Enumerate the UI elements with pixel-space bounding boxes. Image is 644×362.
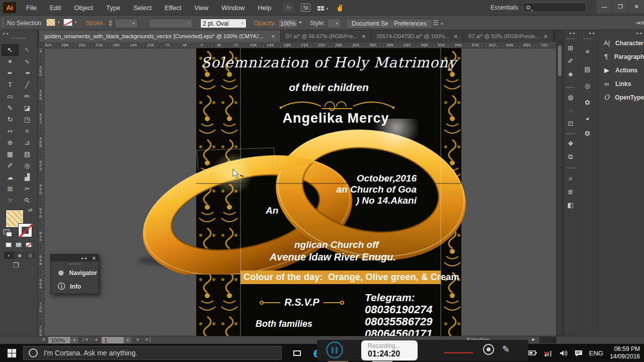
free-transform-tool[interactable]: ⌗ — [19, 125, 36, 137]
eraser-tool[interactable]: ◪ — [19, 102, 36, 114]
swap-fill-stroke-icon[interactable]: ⇄ — [28, 207, 32, 213]
panel-character[interactable]: A| Character — [598, 36, 644, 50]
tab-close-icon[interactable]: ✕ — [362, 34, 366, 39]
artboards-panel-icon[interactable]: ⧉ — [568, 153, 573, 161]
last-artboard-icon[interactable]: ► — [145, 337, 150, 342]
control-bar-grip[interactable] — [2, 19, 5, 28]
first-artboard-icon[interactable]: ◄ — [83, 337, 89, 342]
vertical-scrollbar[interactable] — [557, 42, 562, 336]
default-fill-stroke-icon[interactable] — [4, 229, 10, 234]
network-icon[interactable] — [544, 350, 553, 356]
artboard-dropdown-icon[interactable]: ▼ — [124, 337, 131, 343]
stroke-weight-field[interactable]: ▼ — [115, 19, 138, 28]
shape-builder-tool[interactable]: ⊕ — [2, 137, 19, 148]
pause-recording-button[interactable] — [326, 341, 343, 358]
battery-icon[interactable] — [528, 350, 537, 356]
menu-select[interactable]: Select — [127, 2, 157, 14]
prev-artboard-icon[interactable]: ◄ — [94, 337, 98, 342]
align-panel-icon[interactable]: ≣ — [568, 188, 574, 196]
dock-grip[interactable] — [566, 167, 575, 169]
fill-dropdown-icon[interactable]: ▼ — [57, 21, 60, 24]
bridge-button[interactable]: Br — [284, 4, 294, 12]
stroke-options-panel-icon[interactable]: ≡ — [586, 48, 590, 55]
menu-object[interactable]: Object — [68, 2, 99, 14]
pen-tool[interactable]: ✒ — [2, 67, 19, 79]
perspective-grid-tool[interactable]: ⊿ — [19, 137, 36, 148]
artboard-tool[interactable]: ⊞ — [2, 183, 19, 195]
speaker-icon[interactable] — [559, 350, 568, 356]
pathfinder-panel-icon[interactable]: ◧ — [568, 201, 574, 209]
floating-panel-titlebar[interactable]: ►► ✕ — [51, 254, 99, 261]
opacity-dropdown-icon[interactable]: ▶ — [299, 20, 302, 24]
column-graph-tool[interactable]: ▟ — [19, 171, 36, 183]
draw-normal-icon[interactable]: ◐ — [4, 251, 14, 259]
arrange-documents-icon[interactable]: ▼ — [317, 4, 329, 12]
panel-actions[interactable]: ▶ Actions — [598, 63, 644, 77]
tab-close-icon[interactable]: ✕ — [544, 34, 548, 39]
dock-collapse-icon[interactable]: ◄◄ — [598, 30, 644, 36]
toolbox-collapse-icon[interactable]: ◄◄ — [0, 30, 37, 37]
stroke-weight-stepper[interactable]: ▲▼ — [108, 19, 113, 28]
clock[interactable]: 06:59 PM 14/09/2016 — [610, 345, 640, 360]
symbols-panel-icon[interactable]: ♣ — [569, 70, 573, 78]
screen-mode-icon[interactable]: ❐ — [13, 261, 19, 269]
tab-close-icon[interactable]: ✕ — [454, 34, 458, 39]
zoom-level-field[interactable]: 100% — [48, 337, 70, 343]
fill-color-swatch[interactable] — [46, 19, 55, 26]
selection-tool[interactable]: ↖ — [2, 44, 19, 56]
stroke-panel-icon[interactable]: ◌ — [569, 107, 573, 114]
variable-width-dropdown[interactable]: ▼ — [149, 19, 193, 28]
layers-panel-icon[interactable]: ❖ — [568, 140, 574, 147]
scrollbar-thumb[interactable] — [558, 46, 561, 76]
style-dropdown[interactable]: ▼ — [327, 19, 341, 28]
preferences-button[interactable]: Preferences — [388, 19, 432, 29]
brush-definition-dropdown[interactable]: 2 pt. Oval▼ — [200, 19, 247, 28]
opacity-field[interactable]: 100% — [278, 19, 298, 28]
panel-close-icon[interactable]: ✕ — [92, 255, 96, 261]
next-artboard-icon[interactable]: ► — [136, 337, 140, 342]
task-view-button[interactable] — [287, 344, 307, 362]
color-guide-panel-icon[interactable]: ◕ — [586, 115, 590, 122]
draw-inside-icon[interactable]: ◎ — [25, 251, 35, 259]
brushes-panel-icon[interactable]: ✐ — [568, 57, 574, 65]
appearance-panel-icon[interactable]: ❂ — [585, 130, 590, 137]
canvas[interactable]: Solemnization of Holy Matrimony of their… — [44, 48, 556, 336]
toolbox-grip[interactable] — [11, 37, 26, 40]
line-segment-tool[interactable]: ╱ — [19, 79, 36, 90]
dock-collapse-icon[interactable]: ◄◄ — [564, 30, 577, 36]
app-logo-icon[interactable]: Ai — [3, 2, 16, 13]
shaper-tool[interactable]: ✎ — [2, 102, 19, 114]
rotate-tool[interactable]: ↻ — [2, 114, 19, 125]
panel-opentype[interactable]: O OpenType — [598, 90, 644, 104]
mesh-tool[interactable]: ▦ — [2, 148, 19, 160]
menu-view[interactable]: View — [188, 2, 214, 14]
menu-effect[interactable]: Effect — [158, 2, 187, 14]
minimize-button[interactable]: — — [597, 0, 612, 13]
cs-live-icon[interactable]: ✌ — [336, 4, 344, 12]
zoom-dropdown-icon[interactable]: ▼ — [71, 337, 78, 343]
stock-button[interactable]: St — [301, 4, 310, 12]
panel-paragraph[interactable]: ¶ Paragraph — [598, 50, 644, 63]
eyedropper-tool[interactable]: ✐ — [2, 160, 19, 171]
artboard-number-field[interactable]: 1 — [102, 337, 124, 343]
stroke-dropdown-icon[interactable]: ▼ — [74, 21, 77, 24]
lasso-tool[interactable]: ∿ — [19, 56, 36, 67]
menu-file[interactable]: File — [20, 2, 43, 14]
gradient-button[interactable] — [14, 241, 23, 248]
paintbrush-tool[interactable]: ✏ — [19, 90, 36, 102]
language-indicator[interactable]: ENG — [589, 349, 603, 357]
curvature-tool[interactable]: ✒ — [19, 67, 36, 79]
tab-07-66[interactable]: 07.ai* @ 66.67% (RGB/Pre... ✕ — [281, 30, 371, 42]
info-item[interactable]: ⓘ Info — [51, 280, 99, 294]
opacity-label[interactable]: Opacity: — [254, 20, 276, 27]
magic-wand-tool[interactable]: ✶ — [2, 56, 19, 67]
type-tool[interactable]: T — [2, 79, 19, 90]
color-button[interactable] — [4, 241, 13, 248]
start-button[interactable] — [0, 344, 23, 362]
dock-collapse-icon[interactable]: ◄◄ — [578, 30, 597, 36]
dock-grip[interactable] — [566, 38, 575, 40]
hand-tool[interactable]: ☞ — [2, 195, 19, 206]
menu-help[interactable]: Help — [252, 2, 277, 14]
slice-tool[interactable]: ✂ — [19, 183, 36, 195]
blend-tool[interactable]: ◎ — [19, 160, 36, 171]
